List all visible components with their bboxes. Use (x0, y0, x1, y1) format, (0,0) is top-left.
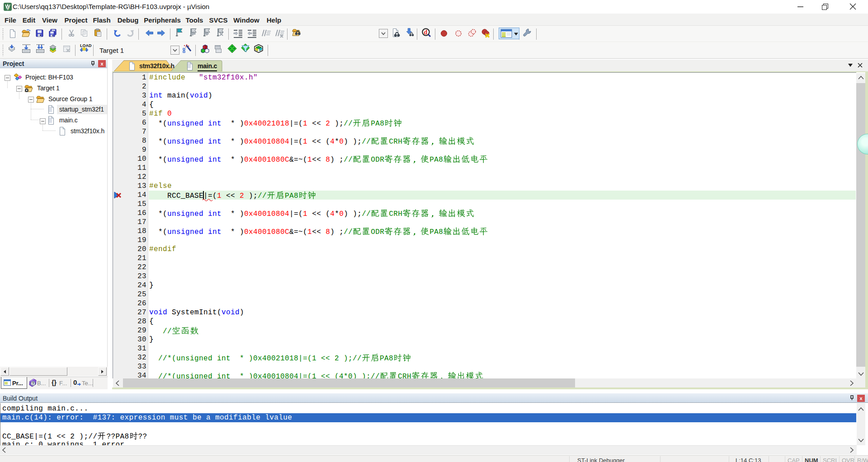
svg-text:d: d (424, 29, 428, 36)
svg-text:5: 5 (7, 7, 9, 10)
svg-text:?: ? (32, 381, 34, 386)
svg-text:LOAD: LOAD (80, 43, 92, 48)
